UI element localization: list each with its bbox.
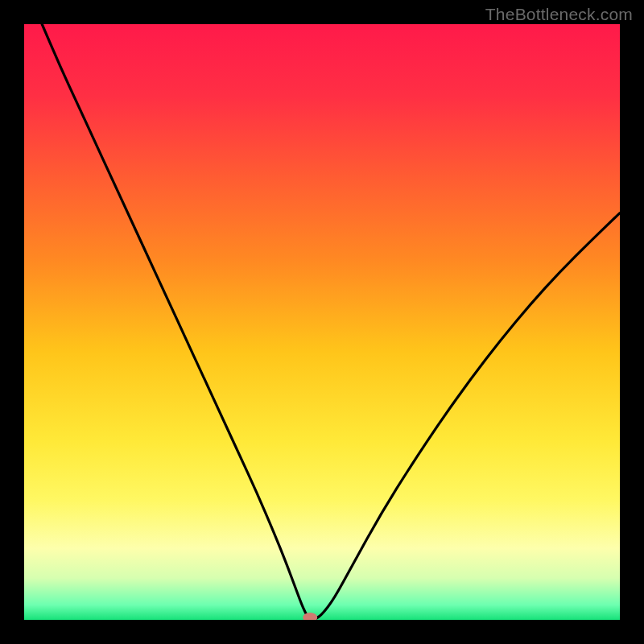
- chart-container: TheBottleneck.com: [0, 0, 644, 644]
- watermark-label: TheBottleneck.com: [485, 5, 633, 24]
- plot-area: [24, 24, 620, 620]
- chart-background: [24, 24, 620, 620]
- bottleneck-chart: [24, 24, 620, 620]
